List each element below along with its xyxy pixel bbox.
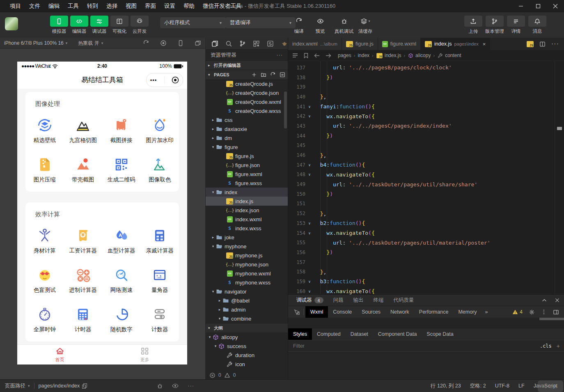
code-line-148[interactable]: 148∨ wx.navigateTo({ [288,170,555,180]
tree-item-index.json[interactable]: {..}index.json [206,206,288,215]
editor-tab-index.wxml[interactable]: index.wxml...\album [288,38,342,50]
devtools-tab-memory[interactable]: Memory [453,306,481,318]
tree-item-joke[interactable]: ▸joke [206,233,288,242]
tree-item-dm[interactable]: ▸dm [206,133,288,142]
devtools-tab-console[interactable]: Console [328,306,357,318]
appmode-select[interactable]: 小程序模式▾ [160,17,226,28]
toolbar-upload-button[interactable]: 上传 [463,16,484,34]
page-path-select[interactable]: 页面路径▾ [0,383,30,390]
tree-item-myphone.wxss[interactable]: Smyphone.wxss [206,278,288,287]
more-tabs-icon[interactable]: » [482,309,491,315]
add-style-icon[interactable]: + [557,343,560,349]
debug-icon[interactable] [157,383,163,389]
app-item-netspeed[interactable]: 网络测速 [102,260,141,294]
app-item-salary[interactable]: ¥工资计算器 [64,221,103,254]
copy-icon[interactable] [82,383,87,389]
close-tab-icon[interactable]: × [483,41,486,47]
menu-item-5[interactable]: 选择 [102,0,122,12]
restart-icon[interactable] [143,40,149,46]
toolbar-visual-button[interactable]: 可视化 [109,16,130,34]
app-item-stitch[interactable]: 截图拼接 [102,110,141,144]
menu-item-0[interactable]: 项目 [6,0,25,12]
app-item-blood[interactable]: A血型计算器 [102,221,141,254]
minimize-button[interactable] [512,0,530,12]
compile-select[interactable]: 普通编译▾ [226,17,296,28]
tabs-more-icon[interactable]: ··· [551,40,559,48]
devtools-tab-network[interactable]: Network [385,306,414,318]
close-panel-icon[interactable] [555,298,560,303]
app-item-waterdrop[interactable]: 图片加水印 [141,110,179,144]
styles-tab-scope-data[interactable]: Scope Data [422,328,458,340]
open-editors-section[interactable]: ▸ 打开的编辑器 [206,60,288,70]
device-frame-icon[interactable] [177,40,184,46]
tree-item-daxiaoxie[interactable]: ▸daxiaoxie [206,124,288,133]
menu-item-9[interactable]: 帮助 [179,0,199,12]
detach-window-icon[interactable] [195,40,201,46]
breadcrumb-index[interactable]: index [358,53,369,58]
debugger-tab-输出[interactable]: 输出 [349,295,368,306]
app-item-qrcode[interactable]: 生成二维码 [102,150,141,183]
git-icon[interactable] [239,40,246,47]
code-line-155[interactable]: 155 url: '../../taskOuter/pages/util/mat… [288,238,555,248]
devtools-tab-wxml[interactable]: Wxml [305,306,328,318]
toolbar-simulator-button[interactable]: 模拟器 [48,16,70,34]
editor-tab-figure.wxml[interactable]: <>figure.wxml [378,38,421,50]
dock-side-icon[interactable] [553,309,559,315]
code-editor[interactable]: 137 url: '../../pagesB/pages/clock/clock… [288,61,564,294]
code-line-154[interactable]: 154∨ wx.navigateTo({ [288,228,555,238]
debugger-tab-代码质量[interactable]: 代码质量 [390,295,418,306]
tree-item-figure.js[interactable]: JSfigure.js [206,151,288,160]
tree-item-index[interactable]: ▾index [206,188,288,197]
app-item-colorpick[interactable]: 图像取色 [141,150,179,183]
code-line-159[interactable]: 159∨ b3:function(){ [288,277,555,287]
plugin-icon[interactable] [281,40,288,47]
breadcrumb-index.js[interactable]: JSindex.js [376,53,401,59]
toolbar-lines-button[interactable]: 详情 [506,16,526,34]
explorer-scrollbar[interactable] [284,92,287,128]
code-line-137[interactable]: 137 url: '../../pagesB/pages/clock/clock… [288,63,555,73]
toolbar-eye-button[interactable]: 预览 [311,16,330,34]
menu-item-2[interactable]: 编辑 [44,0,64,12]
new-folder-icon[interactable] [261,72,266,78]
toolbar-bug-button[interactable]: 真机调试 [332,16,356,34]
forward-icon[interactable] [326,53,331,58]
app-item-colorblind[interactable]: 色盲测试 [25,260,64,294]
outline-item-alicopy[interactable]: ▾alicopy [206,332,288,342]
tree-item-createQrcode.wxss[interactable]: ScreateQrcode.wxss [206,106,288,115]
breadcrumb-pages[interactable]: pages [338,53,351,58]
outline-list-icon[interactable] [292,53,298,58]
styles-tab-component-data[interactable]: Component Data [373,328,422,340]
tree-item-myphone.wxml[interactable]: <>myphone.wxml [206,269,288,278]
breadcrumb-content[interactable]: content [437,53,461,59]
outline-section[interactable]: ▾大纲 [206,323,288,332]
bookmark-icon[interactable] [304,53,308,58]
app-item-random[interactable]: 随机数字 [102,300,141,333]
tree-item-index.wxss[interactable]: Sindex.wxss [206,224,288,233]
extensions-icon[interactable] [253,40,260,47]
capsule-close-icon[interactable] [172,76,179,84]
device-select[interactable]: iPhone 6/7/8 Plus 100% 16▾ [4,40,67,46]
app-item-basecalc[interactable]: 进制计算器 [64,260,103,294]
toolbar-debugger-button[interactable]: 调试器 [89,16,110,34]
debugger-tab-终端[interactable]: 终端 [369,295,388,306]
debugger-tab-问题[interactable]: 问题 [329,295,348,306]
menu-item-4[interactable]: 转到 [83,0,102,12]
outline-item-icon[interactable]: icon [206,360,288,369]
app-item-protractor[interactable]: + x-+=量角器 [141,260,179,294]
devtools-settings-icon[interactable] [529,309,535,315]
code-line-143[interactable]: 143 url: '../../pagesC/pages/index/index… [288,121,555,131]
devtools-kebab-icon[interactable] [541,309,547,315]
code-line-146[interactable]: 146 }, [288,150,555,160]
console-warning-count[interactable]: 4 [512,309,523,315]
debugger-tab-调试器[interactable]: 调试器4 [292,295,328,306]
styles-tab-styles[interactable]: Styles [288,328,312,340]
tree-item-index.js[interactable]: JSindex.js [206,197,288,206]
code-line-156[interactable]: 156 }) [288,248,555,257]
close-button[interactable] [547,0,564,12]
back-icon[interactable] [314,53,320,58]
code-line-141[interactable]: 141∨ fanyi:function(){ [288,102,555,112]
explorer-more-icon[interactable]: ··· [277,52,283,58]
app-item-wallpaper[interactable]: 精选壁纸 [25,110,64,144]
tree-item-figure.wxss[interactable]: Sfigure.wxss [206,179,288,188]
tree-item-combine[interactable]: ▾combine [206,314,288,323]
